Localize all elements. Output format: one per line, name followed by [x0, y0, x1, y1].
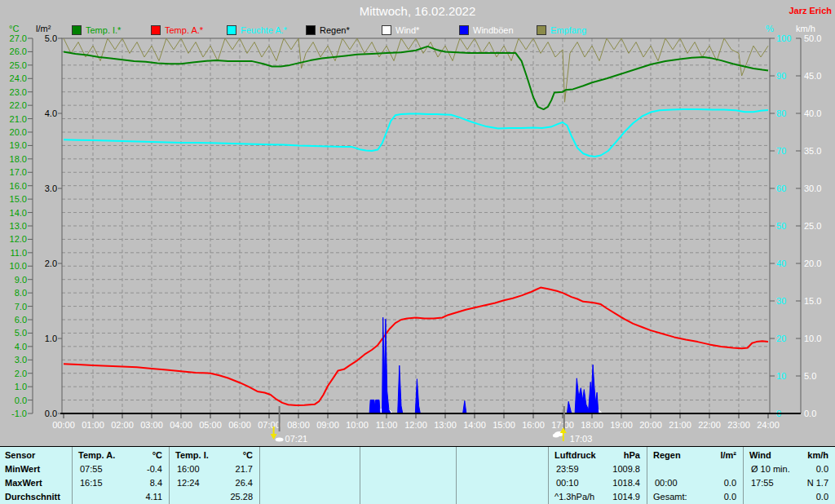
- svg-text:19.0: 19.0: [10, 140, 27, 150]
- summary-cell: MinWert: [5, 463, 40, 475]
- table-divider: [647, 447, 647, 504]
- svg-text:17:00: 17:00: [551, 420, 574, 430]
- summary-cell: 4.11: [145, 491, 162, 502]
- daylight-marker-time: 07:21: [285, 434, 308, 444]
- svg-text:16.0: 16.0: [10, 181, 27, 191]
- summary-cell: Temp. A.: [78, 449, 115, 461]
- summary-cell: 17:55: [751, 477, 774, 489]
- svg-text:13.0: 13.0: [10, 221, 27, 231]
- svg-text:40: 40: [776, 259, 786, 268]
- svg-text:15.0: 15.0: [804, 296, 821, 306]
- svg-text:80: 80: [776, 108, 786, 118]
- svg-text:20:00: 20:00: [639, 420, 662, 430]
- summary-cell: 1009.8: [612, 463, 640, 475]
- svg-text:20.0: 20.0: [804, 259, 821, 268]
- summary-cell: 07:55: [80, 463, 103, 475]
- svg-text:0.0: 0.0: [804, 409, 816, 418]
- svg-text:08:00: 08:00: [287, 420, 310, 430]
- svg-text:3.0: 3.0: [45, 183, 57, 193]
- svg-text:25.0: 25.0: [10, 60, 27, 70]
- summary-cell: hPa: [624, 449, 640, 461]
- svg-text:18:00: 18:00: [581, 420, 603, 430]
- svg-text:17.0: 17.0: [10, 167, 27, 177]
- summary-cell: 0.0: [724, 477, 736, 489]
- summary-cell: N 1.7: [807, 477, 828, 489]
- svg-text:18.0: 18.0: [10, 154, 27, 164]
- svg-text:04:00: 04:00: [170, 420, 192, 430]
- summary-cell: Durchschnitt: [5, 491, 60, 502]
- svg-text:1.0: 1.0: [15, 382, 27, 391]
- table-divider: [72, 447, 73, 504]
- svg-text:23:00: 23:00: [727, 420, 750, 430]
- svg-text:10:00: 10:00: [346, 420, 369, 430]
- summary-cell: 0.0: [816, 463, 828, 475]
- summary-cell: 00:00: [655, 477, 678, 489]
- svg-text:12.0: 12.0: [10, 234, 27, 244]
- svg-text:03:00: 03:00: [140, 420, 163, 430]
- svg-text:22.0: 22.0: [10, 100, 27, 110]
- svg-text:06:00: 06:00: [228, 420, 251, 430]
- svg-text:35.0: 35.0: [804, 146, 821, 156]
- svg-text:20.0: 20.0: [10, 127, 27, 137]
- summary-cell: MaxWert: [5, 477, 42, 489]
- svg-text:21.0: 21.0: [10, 114, 27, 124]
- summary-cell: Ø 10 min.: [751, 463, 790, 475]
- svg-text:21:00: 21:00: [669, 420, 691, 430]
- summary-cell: l/m²: [720, 449, 736, 461]
- summary-cell: 00:10: [556, 477, 579, 489]
- svg-text:15.0: 15.0: [10, 194, 27, 204]
- svg-text:3.0: 3.0: [15, 355, 27, 365]
- svg-text:14.0: 14.0: [10, 208, 27, 218]
- svg-text:10.0: 10.0: [10, 261, 27, 271]
- svg-text:13:00: 13:00: [434, 420, 457, 430]
- svg-text:09:00: 09:00: [316, 420, 339, 430]
- summary-cell: 26.4: [236, 477, 253, 489]
- svg-text:11:00: 11:00: [376, 420, 398, 430]
- svg-text:7.0: 7.0: [15, 302, 27, 312]
- table-divider: [456, 447, 457, 504]
- svg-text:0.0: 0.0: [15, 396, 27, 405]
- summary-cell: km/h: [807, 449, 828, 461]
- svg-text:10.0: 10.0: [804, 334, 821, 343]
- summary-cell: Luftdruck: [554, 449, 596, 461]
- svg-text:50: 50: [776, 221, 786, 231]
- summary-table: SensorMinWertMaxWertDurchschnittTemp. A.…: [0, 446, 835, 504]
- weather-chart: 27.026.025.024.023.022.021.020.019.018.0…: [0, 0, 835, 447]
- svg-text:30.0: 30.0: [804, 183, 821, 193]
- svg-text:4.0: 4.0: [15, 342, 27, 351]
- summary-cell: 0.0: [816, 491, 828, 502]
- svg-text:10: 10: [776, 371, 786, 381]
- svg-text:5.0: 5.0: [804, 371, 816, 381]
- summary-cell: 16:00: [177, 463, 200, 475]
- svg-text:70: 70: [776, 146, 786, 156]
- summary-cell: Wind: [749, 449, 771, 461]
- svg-text:11.0: 11.0: [10, 248, 27, 258]
- svg-text:19:00: 19:00: [610, 420, 633, 430]
- svg-text:6.0: 6.0: [15, 315, 27, 325]
- summary-cell: Sensor: [5, 449, 35, 461]
- summary-cell: 8.4: [150, 477, 162, 489]
- svg-text:2.0: 2.0: [45, 259, 57, 268]
- summary-cell: 21.7: [236, 463, 253, 475]
- summary-cell: 16:15: [80, 477, 103, 489]
- svg-text:30: 30: [776, 296, 786, 306]
- summary-cell: 1014.9: [612, 491, 640, 502]
- table-divider: [259, 447, 260, 504]
- summary-cell: 23:59: [556, 463, 579, 475]
- summary-cell: 1018.4: [612, 477, 640, 489]
- svg-text:07:00: 07:00: [258, 420, 281, 430]
- table-divider: [743, 447, 744, 504]
- svg-text:24.0: 24.0: [10, 73, 27, 83]
- table-divider: [169, 447, 170, 504]
- svg-text:27.0: 27.0: [10, 33, 27, 43]
- summary-cell: Regen: [653, 449, 681, 461]
- summary-cell: 12:24: [177, 477, 200, 489]
- svg-text:60: 60: [776, 183, 786, 193]
- svg-text:1.0: 1.0: [45, 334, 57, 343]
- summary-cell: °C: [243, 449, 253, 461]
- svg-text:12:00: 12:00: [404, 420, 427, 430]
- svg-text:25.0: 25.0: [804, 221, 821, 231]
- svg-text:9.0: 9.0: [15, 275, 27, 285]
- svg-text:02:00: 02:00: [111, 420, 134, 430]
- svg-text:4.0: 4.0: [45, 108, 57, 118]
